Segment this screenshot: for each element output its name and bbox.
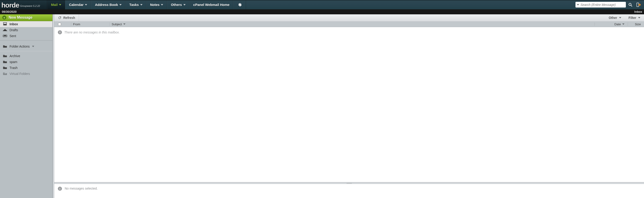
- info-icon: i: [58, 187, 62, 191]
- chevron-down-icon: [85, 4, 87, 6]
- drafts-icon: [3, 28, 7, 32]
- horizontal-splitter[interactable]: [54, 182, 644, 184]
- logout-icon: [636, 2, 641, 7]
- chevron-down-icon: [123, 24, 126, 25]
- sidebar-item-drafts[interactable]: Drafts: [0, 27, 52, 33]
- mail-toolbar: Refresh Other Filter: [54, 14, 644, 22]
- chevron-down-icon: [183, 4, 186, 6]
- sidebar-item-spam[interactable]: spam: [0, 59, 52, 65]
- filter-label: Filter: [628, 16, 636, 20]
- nav-calendar[interactable]: Calendar: [65, 0, 91, 9]
- sidebar-item-trash[interactable]: Trash: [0, 65, 52, 71]
- nav-calendar-label: Calendar: [69, 3, 84, 7]
- sidebar-item-label: Drafts: [10, 28, 18, 32]
- virtual-folder-icon: [3, 72, 7, 75]
- sidebar-item-sent[interactable]: Sent: [0, 33, 52, 39]
- gear-icon: [238, 3, 242, 7]
- nav-notes[interactable]: Notes: [146, 0, 167, 9]
- column-subject-label: Subject: [112, 23, 122, 26]
- nav-mail[interactable]: Mail: [47, 0, 65, 9]
- svg-rect-3: [4, 74, 6, 74]
- nav-cpanel-home[interactable]: cPanel Webmail Home: [190, 0, 234, 9]
- column-date-label: Date: [614, 23, 621, 26]
- search-button[interactable]: [628, 3, 633, 7]
- folder-icon: [3, 54, 7, 58]
- column-subject[interactable]: Subject: [110, 23, 594, 26]
- column-headers: From Subject Date Size: [54, 22, 644, 27]
- content-pane: Refresh Other Filter From: [54, 14, 644, 198]
- chevron-down-icon: [32, 46, 34, 47]
- chevron-down-icon: [622, 24, 624, 25]
- logout-button[interactable]: [636, 2, 641, 7]
- toolbar-right: Other Filter: [605, 14, 644, 21]
- message-list: i There are no messages in this mailbox.: [54, 27, 644, 182]
- chevron-down-icon: [638, 17, 640, 19]
- divider: [0, 40, 52, 41]
- top-nav: Mail Calendar Address Book Tasks Notes O…: [47, 0, 246, 9]
- main-area: + New Message Inbox Drafts Sent: [0, 14, 644, 198]
- sidebar-item-label: Trash: [10, 66, 18, 70]
- vertical-splitter[interactable]: [53, 14, 54, 198]
- empty-mailbox-text: There are no messages in this mailbox.: [64, 31, 120, 34]
- chevron-down-icon[interactable]: [577, 4, 579, 6]
- refresh-button[interactable]: Refresh: [54, 14, 79, 21]
- sidebar-item-label: Archive: [10, 54, 20, 58]
- folder-actions-label: Folder Actions: [10, 45, 30, 48]
- refresh-icon: [58, 16, 62, 20]
- sidebar: + New Message Inbox Drafts Sent: [0, 14, 53, 198]
- folder-icon: [3, 66, 7, 70]
- nav-others-label: Others: [171, 3, 182, 7]
- column-from-label: From: [73, 23, 80, 26]
- column-select-all[interactable]: [54, 23, 65, 26]
- search-box[interactable]: [576, 2, 626, 8]
- filter-dropdown[interactable]: Filter: [625, 14, 644, 21]
- nav-address-book-label: Address Book: [95, 3, 118, 7]
- sidebar-item-virtual-folders[interactable]: Virtual Folders: [0, 71, 52, 77]
- svg-line-1: [631, 5, 632, 6]
- folder-icon: [3, 60, 7, 64]
- plus-icon: +: [2, 16, 6, 20]
- chevron-down-icon: [161, 4, 163, 6]
- select-all-checkbox[interactable]: [58, 23, 61, 26]
- nav-address-book[interactable]: Address Book: [91, 0, 126, 9]
- folder-icon: [3, 45, 7, 48]
- nav-cpanel-home-label: cPanel Webmail Home: [193, 3, 230, 7]
- chevron-down-icon: [119, 4, 122, 6]
- sidebar-item-inbox[interactable]: Inbox: [0, 21, 52, 27]
- other-dropdown[interactable]: Other: [605, 14, 625, 21]
- nav-settings[interactable]: [233, 0, 246, 9]
- folder-actions[interactable]: Folder Actions: [0, 42, 52, 51]
- sidebar-item-label: spam: [10, 60, 17, 64]
- chevron-down-icon: [619, 17, 621, 19]
- preview-pane: i No messages selected.: [54, 184, 644, 198]
- svg-point-0: [629, 3, 631, 6]
- new-message-button[interactable]: + New Message: [0, 14, 52, 21]
- nav-mail-label: Mail: [51, 3, 58, 7]
- column-from[interactable]: From: [71, 23, 110, 26]
- new-message-label: New Message: [8, 16, 32, 20]
- sidebar-item-label: Sent: [10, 34, 16, 38]
- date-strip: 08/30/2020 Inbox: [0, 9, 644, 14]
- sidebar-item-archive[interactable]: Archive: [0, 53, 52, 59]
- chevron-down-icon: [140, 4, 142, 6]
- top-nav-bar: horde Groupware 5.2.22 Mail Calendar Add…: [0, 0, 644, 9]
- sidebar-item-label: Virtual Folders: [10, 72, 30, 75]
- current-date: 08/30/2020: [2, 10, 16, 14]
- column-size[interactable]: Size: [628, 23, 644, 26]
- empty-mailbox-notice: i There are no messages in this mailbox.: [54, 27, 644, 38]
- chevron-down-icon: [59, 4, 61, 6]
- search-input[interactable]: [580, 3, 624, 7]
- brand-sub: Groupware 5.2.22: [20, 5, 40, 7]
- search-area: [576, 0, 644, 9]
- sidebar-folders-list: Archive spam Trash Virtual Folders: [0, 51, 52, 77]
- search-icon: [628, 3, 633, 7]
- column-date[interactable]: Date: [594, 23, 628, 26]
- nav-others[interactable]: Others: [167, 0, 189, 9]
- nav-notes-label: Notes: [150, 3, 160, 7]
- nav-tasks[interactable]: Tasks: [126, 0, 146, 9]
- column-size-label: Size: [635, 23, 641, 26]
- sent-icon: [3, 34, 7, 38]
- info-icon: i: [58, 30, 62, 34]
- brand-logo: horde: [1, 3, 19, 8]
- inbox-icon: [3, 22, 7, 26]
